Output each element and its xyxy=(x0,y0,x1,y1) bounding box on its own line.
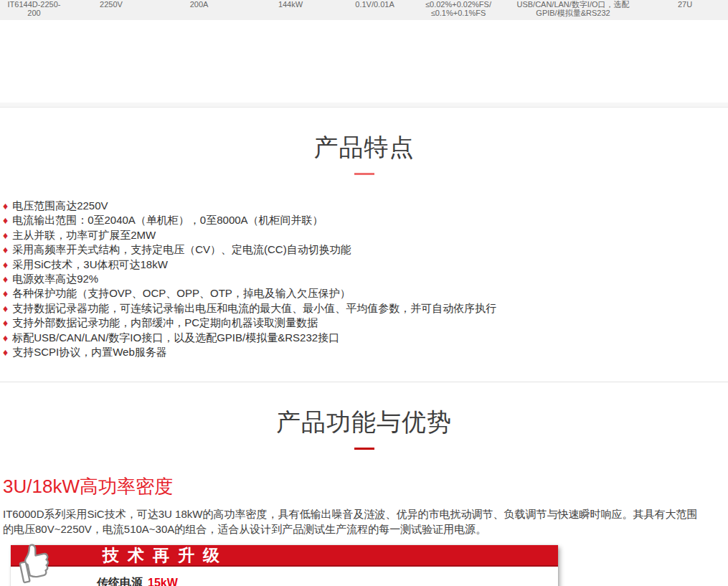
feature-item-text: 电流输出范围：0至2040A（单机柜），0至8000A（机柜间并联） xyxy=(12,214,323,226)
feature-item-text: 支持外部数据记录功能，内部缓冲，PC定期向机器读取测量数据 xyxy=(12,316,318,329)
power-density-heading: 3U/18kW高功率密度 xyxy=(3,476,728,497)
thumbs-up-icon xyxy=(12,542,52,586)
feature-item-text: 电压范围高达2250V xyxy=(12,199,108,212)
diamond-bullet-icon: ♦ xyxy=(3,230,8,241)
feature-item: ♦标配USB/CAN/LAN/数字IO接口，以及选配GPIB/模拟量&RS232… xyxy=(3,331,728,345)
section-divider-strip xyxy=(0,103,728,108)
feature-list: ♦电压范围高达2250V ♦电流输出范围：0至2040A（单机柜），0至8000… xyxy=(0,199,728,359)
features-title-underline xyxy=(354,173,374,175)
feature-item-text: 采用高频率开关式结构，支持定电压（CV）、定电流(CC)自动切换功能 xyxy=(12,243,351,255)
advantages-title: 产品功能与优势 xyxy=(0,382,728,439)
spec-cell-voltage: 2250V xyxy=(68,0,154,9)
features-title: 产品特点 xyxy=(0,108,728,164)
feature-item: ♦电源效率高达92% xyxy=(3,272,728,286)
spec-cell-resolution: 0.1V/0.01A xyxy=(337,0,412,9)
diamond-bullet-icon: ♦ xyxy=(3,332,8,344)
diamond-bullet-icon: ♦ xyxy=(3,346,8,358)
spec-cell-model: IT6144D-2250-200 xyxy=(0,0,68,17)
diamond-bullet-icon: ♦ xyxy=(3,244,8,255)
tech-upgrade-banner: 技术再升级 xyxy=(11,545,558,567)
power-density-paragraph: IT6000D系列采用SiC技术，可达3U 18kW的高功率密度，具有低输出噪音… xyxy=(3,506,704,537)
diamond-bullet-icon: ♦ xyxy=(3,288,8,299)
feature-item: ♦电压范围高达2250V xyxy=(3,199,728,213)
advantages-title-underline xyxy=(354,448,374,450)
spec-table-row: IT6144D-2250-200 2250V 200A 144kW 0.1V/0… xyxy=(0,0,728,20)
diamond-bullet-icon: ♦ xyxy=(3,200,8,212)
spec-cell-height: 27U xyxy=(642,0,728,9)
feature-item-text: 电源效率高达92% xyxy=(12,273,98,285)
diamond-bullet-icon: ♦ xyxy=(3,259,8,270)
diamond-bullet-icon: ♦ xyxy=(3,214,8,226)
spec-cell-interfaces: USB/CAN/LAN/数字I/O口，选配GPIB/模拟量&RS232 xyxy=(504,0,642,17)
feature-item: ♦主从并联，功率可扩展至2MW xyxy=(3,228,728,242)
diamond-bullet-icon: ♦ xyxy=(3,317,8,329)
feature-item-text: 主从并联，功率可扩展至2MW xyxy=(12,229,156,241)
feature-item-text: 标配USB/CAN/LAN/数字IO接口，以及选配GPIB/模拟量&RS232接… xyxy=(12,331,339,344)
feature-item: ♦支持SCPI协议，内置Web服务器 xyxy=(3,345,728,359)
feature-item: ♦支持外部数据记录功能，内部缓冲，PC定期向机器读取测量数据 xyxy=(3,316,728,330)
advantages-section: 产品功能与优势 3U/18kW高功率密度 IT6000D系列采用SiC技术，可达… xyxy=(0,382,728,586)
legacy-label-text: 传统电源 xyxy=(97,577,143,586)
top-whitespace xyxy=(0,20,728,103)
diamond-bullet-icon: ♦ xyxy=(3,273,8,285)
feature-item: ♦采用高频率开关式结构，支持定电压（CV）、定电流(CC)自动切换功能 xyxy=(3,242,728,257)
feature-item: ♦各种保护功能（支持OVP、OCP、OPP、OTP，掉电及输入欠压保护） xyxy=(3,286,728,301)
feature-item-text: 支持SCPI协议，内置Web服务器 xyxy=(12,346,167,358)
spec-cell-power: 144kW xyxy=(244,0,337,9)
feature-item-text: 采用SiC技术，3U体积可达18kW xyxy=(12,258,168,270)
feature-item-text: 支持数据记录器功能，可连续记录输出电压和电流的最大值、最小值、平均值参数，并可自… xyxy=(12,302,496,314)
feature-item: ♦电流输出范围：0至2040A（单机柜），0至8000A（机柜间并联） xyxy=(3,213,728,227)
diamond-bullet-icon: ♦ xyxy=(3,303,8,314)
legacy-power-label: 传统电源15kW xyxy=(97,576,558,586)
tech-upgrade-card: 技术再升级 传统电源15kW xyxy=(11,545,558,586)
legacy-value-text: 15kW xyxy=(148,577,178,586)
spec-cell-current: 200A xyxy=(154,0,244,9)
product-page: IT6144D-2250-200 2250V 200A 144kW 0.1V/0… xyxy=(0,0,728,586)
features-section: 产品特点 ♦电压范围高达2250V ♦电流输出范围：0至2040A（单机柜），0… xyxy=(0,108,728,382)
feature-item-text: 各种保护功能（支持OVP、OCP、OPP、OTP，掉电及输入欠压保护） xyxy=(12,287,351,299)
feature-item: ♦采用SiC技术，3U体积可达18kW xyxy=(3,257,728,272)
feature-item: ♦支持数据记录器功能，可连续记录输出电压和电流的最大值、最小值、平均值参数，并可… xyxy=(3,301,728,316)
spec-cell-accuracy: ≤0.02%+0.02%FS/≤0.1%+0.1%FS xyxy=(412,0,504,17)
